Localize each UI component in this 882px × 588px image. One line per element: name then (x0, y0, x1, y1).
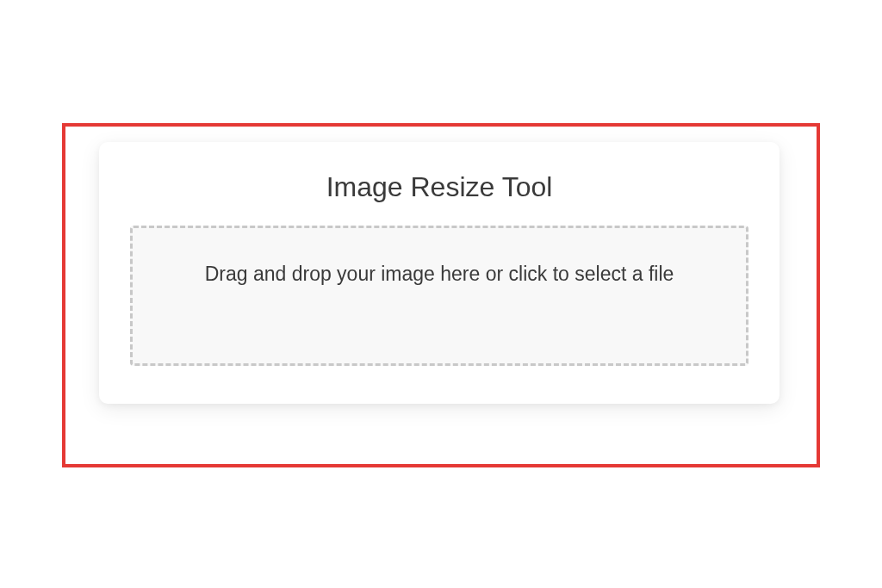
highlight-annotation (62, 123, 820, 467)
